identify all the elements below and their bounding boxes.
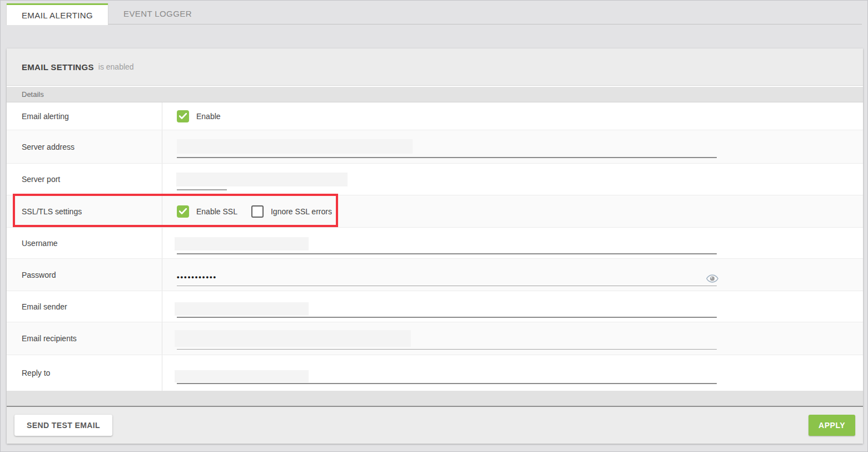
- tab-bar: EMAIL ALERTING EVENT LOGGER: [7, 3, 862, 24]
- settings-screen: EMAIL ALERTING EVENT LOGGER EMAIL SETTIN…: [0, 0, 868, 452]
- redacted-value: [177, 139, 413, 154]
- row-server-port: Server port: [7, 164, 863, 195]
- row-ssl-tls-settings: SSL/TLS settings Enable SSL Ignore SSL e…: [7, 195, 863, 228]
- password-input[interactable]: •••••••••••: [177, 264, 717, 286]
- redacted-value: [175, 302, 309, 316]
- action-bar: SEND TEST EMAIL APPLY: [7, 407, 863, 444]
- row-label: Reply to: [7, 355, 162, 391]
- email-recipients-input[interactable]: [177, 327, 717, 350]
- email-settings-panel: EMAIL SETTINGS is enabled Details Email …: [7, 48, 863, 444]
- username-input[interactable]: [177, 232, 717, 254]
- row-reply-to: Reply to: [7, 355, 863, 391]
- details-label: Details: [22, 90, 44, 99]
- enable-ssl-checkbox[interactable]: [177, 205, 189, 218]
- row-email-sender: Email sender: [7, 291, 863, 322]
- server-port-input[interactable]: [177, 168, 227, 190]
- redacted-value: [175, 237, 309, 250]
- row-label: Email sender: [7, 291, 162, 322]
- tab-event-logger[interactable]: EVENT LOGGER: [108, 3, 207, 24]
- reply-to-input[interactable]: [177, 362, 717, 384]
- row-email-alerting: Email alerting Enable: [7, 102, 863, 130]
- row-server-address: Server address: [7, 130, 863, 164]
- ignore-ssl-errors-checkbox[interactable]: [251, 205, 264, 218]
- row-label: Username: [7, 228, 162, 258]
- row-label: Server address: [7, 130, 162, 163]
- tab-email-alerting[interactable]: EMAIL ALERTING: [7, 3, 108, 25]
- details-section-header: Details: [7, 87, 863, 102]
- enable-checkbox-label: Enable: [196, 112, 221, 121]
- row-label: Email alerting: [7, 102, 162, 130]
- eye-icon[interactable]: [706, 274, 718, 283]
- row-label: Server port: [7, 164, 162, 195]
- form-bottom-strip: [7, 391, 863, 407]
- row-label: Email recipients: [7, 322, 162, 355]
- settings-form: Email alerting Enable Server address: [7, 102, 863, 391]
- row-label: Password: [7, 259, 162, 291]
- panel-title: EMAIL SETTINGS: [22, 62, 94, 72]
- apply-button[interactable]: APPLY: [809, 415, 855, 436]
- redacted-value: [176, 173, 348, 186]
- row-password: Password •••••••••••: [7, 259, 863, 291]
- ignore-ssl-errors-checkbox-label: Ignore SSL errors: [271, 207, 332, 216]
- panel-status-text: is enabled: [98, 62, 134, 71]
- send-test-email-button[interactable]: SEND TEST EMAIL: [14, 415, 112, 436]
- row-email-recipients: Email recipients: [7, 322, 863, 355]
- email-sender-input[interactable]: [177, 296, 717, 318]
- password-masked-value: •••••••••••: [177, 273, 217, 281]
- enable-checkbox[interactable]: [177, 110, 189, 122]
- check-icon: [179, 113, 187, 119]
- panel-header: EMAIL SETTINGS is enabled: [7, 48, 863, 86]
- check-icon: [179, 208, 187, 214]
- server-address-input[interactable]: [177, 136, 717, 158]
- redacted-value: [175, 330, 411, 347]
- enable-ssl-checkbox-label: Enable SSL: [196, 207, 237, 216]
- row-label: SSL/TLS settings: [7, 195, 162, 227]
- row-username: Username: [7, 228, 863, 259]
- redacted-value: [175, 370, 309, 382]
